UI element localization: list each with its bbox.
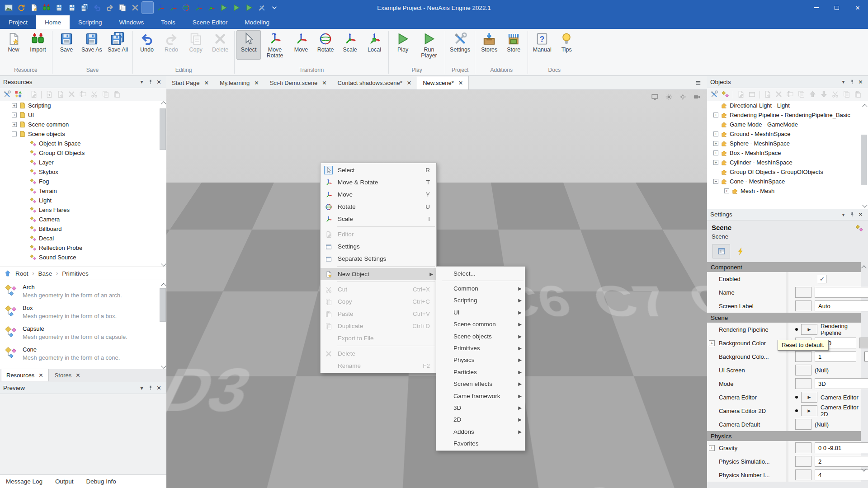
panel-menu-button[interactable]: ▾ <box>137 78 146 86</box>
bottom-tab-message-log[interactable]: Message Log <box>6 478 42 485</box>
settings-tab-lightning-icon[interactable] <box>731 244 749 258</box>
menu-item-scene-common[interactable]: Scene common▶ <box>436 319 525 330</box>
tree-item-terrain[interactable]: Terrain <box>0 186 166 196</box>
toolbar-types-icon[interactable] <box>14 90 22 99</box>
panel-menu-button[interactable]: ▾ <box>839 211 848 218</box>
toolbar-paste-icon[interactable] <box>854 90 862 99</box>
checkbox[interactable]: ✓ <box>818 275 826 283</box>
ribbon-button-save-all[interactable]: Save All <box>105 30 131 60</box>
tree-item-sphere-meshinspace[interactable]: +Sphere - MeshInSpace <box>707 139 868 148</box>
expand-icon[interactable]: + <box>724 188 729 193</box>
slider-handle[interactable] <box>864 352 868 361</box>
qat-move-rotate-icon[interactable] <box>155 2 166 14</box>
qat-delete-icon[interactable] <box>129 2 141 14</box>
toolbar-rename-icon[interactable] <box>79 90 87 99</box>
ribbon-button-rotate[interactable]: Rotate <box>313 30 338 60</box>
close-tab-icon[interactable]: ✕ <box>458 80 463 86</box>
slider-value-input[interactable]: 1 <box>815 351 856 362</box>
menu-item-physics[interactable]: Physics▶ <box>436 354 525 366</box>
ribbon-button-save[interactable]: Save <box>54 30 79 60</box>
qat-rotate-icon[interactable] <box>180 2 191 14</box>
menu-item-rotate[interactable]: RotateU <box>321 201 436 213</box>
text-input[interactable] <box>815 287 868 298</box>
minimize-button[interactable] <box>806 0 826 15</box>
dropdown[interactable]: Auto▼ <box>815 300 868 311</box>
collapse-icon[interactable]: − <box>12 131 17 136</box>
expand-icon[interactable]: + <box>709 340 715 346</box>
menu-item-game-framework[interactable]: Game framework▶ <box>436 390 525 402</box>
menu-item-cut[interactable]: CutCtrl+X <box>321 283 436 296</box>
close-tab-icon[interactable]: ✕ <box>322 80 326 86</box>
menu-tab-tools[interactable]: Tools <box>152 15 184 29</box>
ribbon-button-undo[interactable]: Undo <box>135 30 159 60</box>
qat-save-as-icon[interactable] <box>66 2 77 14</box>
tree-item-reflection-probe[interactable]: Reflection Probe <box>0 243 166 253</box>
tree-item-decal[interactable]: Decal <box>0 234 166 243</box>
dropdown[interactable]: 3D▼ <box>815 378 868 389</box>
scene-tab-sci-fi-demo-scene[interactable]: Sci-fi Demo.scene✕ <box>264 76 332 89</box>
menu-item-scripting[interactable]: Scripting▶ <box>436 295 525 306</box>
ribbon-button-new[interactable]: New <box>1 30 26 60</box>
default-indicator-box[interactable] <box>795 456 811 467</box>
menu-item-move-rotate[interactable]: Move & RotateT <box>321 176 436 188</box>
ribbon-button-save-as[interactable]: Save As <box>79 30 105 60</box>
box-object[interactable] <box>472 201 518 247</box>
menu-item-particles[interactable]: Particles▶ <box>436 366 525 378</box>
default-indicator-box[interactable] <box>795 365 811 375</box>
toolbar-paste-icon[interactable] <box>113 90 121 99</box>
qat-sync-icon[interactable] <box>15 2 27 14</box>
close-tab-icon[interactable]: ✕ <box>75 372 80 379</box>
toolbar-delete-icon[interactable] <box>68 90 75 99</box>
panel-menu-button[interactable]: ▾ <box>839 78 848 86</box>
close-tab-icon[interactable]: ✕ <box>38 372 43 379</box>
default-indicator-box[interactable] <box>795 469 811 480</box>
tree-item-billboard[interactable]: Billboard <box>0 224 166 234</box>
text-input[interactable]: 0 0 -9.81 <box>815 442 868 453</box>
expand-icon[interactable]: + <box>713 150 718 155</box>
tree-item-object-in-space[interactable]: Object In Space <box>0 139 166 148</box>
menu-item-copy[interactable]: CopyCtrl+C <box>321 296 436 308</box>
expand-icon[interactable]: + <box>12 103 17 108</box>
ribbon-button-play[interactable]: Play <box>391 30 415 60</box>
close-tab-icon[interactable]: ✕ <box>204 80 208 86</box>
section-header-physics[interactable]: Physics <box>707 431 861 441</box>
breadcrumb-primitives[interactable]: Primitives <box>62 270 89 277</box>
menu-tab-project[interactable]: Project <box>0 15 36 29</box>
expand-icon[interactable]: + <box>713 113 718 117</box>
menu-item-2d[interactable]: 2D▶ <box>436 414 525 426</box>
tree-item-ui[interactable]: +UI <box>0 110 166 120</box>
toolbar-window-icon[interactable] <box>748 90 756 99</box>
tree-item-skybox[interactable]: Skybox <box>0 167 166 177</box>
qat-select-icon[interactable] <box>142 2 153 14</box>
close-icon[interactable]: ✕ <box>856 211 865 218</box>
expand-icon[interactable]: + <box>709 445 715 451</box>
qat-build-icon[interactable] <box>256 2 267 14</box>
ribbon-button-scale[interactable]: Scale <box>338 30 362 60</box>
ribbon-button-store[interactable]: Store <box>501 30 526 60</box>
bottom-tab-output[interactable]: Output <box>55 478 74 485</box>
default-indicator-box[interactable] <box>795 351 811 362</box>
toolbar-tools-icon[interactable] <box>710 90 718 99</box>
tree-item-light[interactable]: Light <box>0 196 166 205</box>
ribbon-button-stores[interactable]: Stores <box>477 30 501 60</box>
menu-item-favorites[interactable]: Favorites <box>436 437 525 449</box>
list-item-cone[interactable]: ConeMesh geometry in the form of a cone. <box>0 343 166 363</box>
qat-save-icon[interactable] <box>53 2 65 14</box>
ribbon-button-move-rotate[interactable]: Move Rotate <box>261 30 289 60</box>
scene-tab-new-scene[interactable]: New.scene*✕ <box>417 76 469 89</box>
toolbar-edit-icon[interactable] <box>737 90 745 99</box>
menu-tab-scene-editor[interactable]: Scene Editor <box>184 15 236 29</box>
scrollbar-down[interactable] <box>862 465 866 472</box>
tree-item-lens-flares[interactable]: Lens Flares <box>0 205 166 215</box>
close-icon[interactable]: ✕ <box>155 384 163 392</box>
tree-item-cone-meshinspace[interactable]: −Cone - MeshInSpace <box>707 177 868 186</box>
scrollbar-thumb[interactable] <box>160 108 166 150</box>
qat-undo-icon[interactable] <box>91 2 103 14</box>
scrollbar-down[interactable] <box>863 202 867 208</box>
reference-expand-button[interactable]: ▶ <box>801 324 817 335</box>
viewport-sun-icon[interactable] <box>679 93 687 102</box>
panel-menu-button[interactable]: ▾ <box>137 384 146 392</box>
expand-icon[interactable]: + <box>12 122 17 127</box>
scrollbar[interactable] <box>162 102 165 106</box>
viewport-brightness-icon[interactable] <box>665 93 673 102</box>
